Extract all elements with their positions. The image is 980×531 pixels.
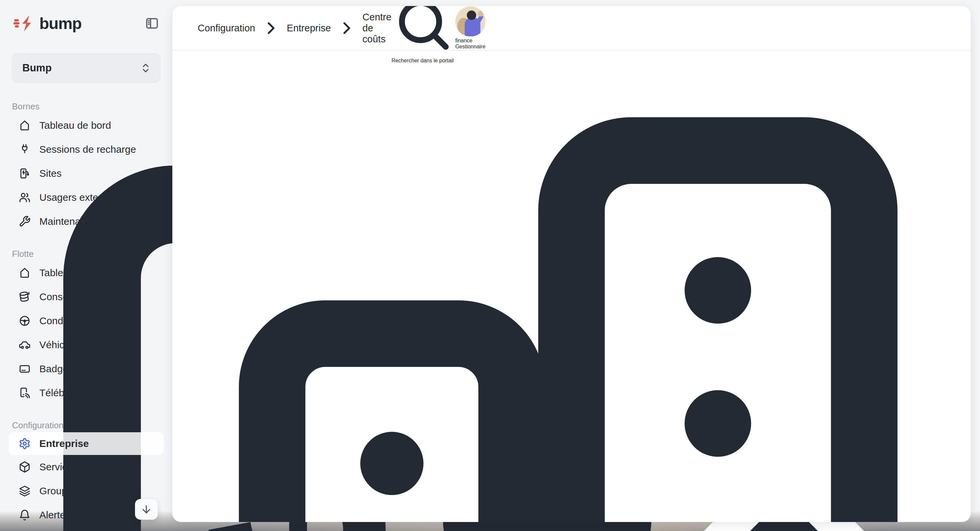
breadcrumb: Configuration Entreprise Centre de coûts bbox=[198, 12, 391, 45]
sidebar: bump Bump Bornes Tableau de bord Session… bbox=[0, 0, 172, 531]
entity-icon-circle bbox=[172, 51, 970, 522]
sidebar-item-label: Badges bbox=[39, 363, 73, 375]
sidebar-item-label: Sites bbox=[39, 168, 62, 179]
sidebar-item-label: Groupes bbox=[39, 485, 78, 497]
sidebar-item-tableau-de-bord-bornes[interactable]: Tableau de bord bbox=[0, 113, 172, 137]
search-icon bbox=[391, 6, 455, 56]
sidebar-item-label: Entreprise bbox=[39, 438, 89, 449]
home-icon bbox=[19, 120, 31, 131]
sidebar-item-sites[interactable]: Sites bbox=[0, 161, 172, 185]
section-label-configuration: Configuration bbox=[12, 420, 172, 430]
chevrons-up-down-icon bbox=[140, 62, 151, 74]
sidebar-item-label: Télébadges bbox=[39, 387, 92, 399]
logo-row: bump bbox=[13, 15, 159, 32]
app-page: bump Bump Bornes Tableau de bord Session… bbox=[0, 0, 980, 531]
home-icon bbox=[19, 267, 31, 279]
layers-icon bbox=[19, 485, 31, 497]
breadcrumb-entreprise[interactable]: Entreprise bbox=[287, 23, 331, 34]
topbar: Configuration Entreprise Centre de coûts… bbox=[172, 6, 970, 51]
users-icon bbox=[19, 191, 31, 204]
sidebar-item-label: Usagers externes bbox=[39, 192, 118, 203]
sidebar-item-label: Sessions de recharge bbox=[39, 144, 136, 155]
arrow-down-icon bbox=[141, 504, 152, 515]
sidebar-item-badges[interactable]: Badges bbox=[0, 357, 172, 381]
sidebar-toggle-icon[interactable] bbox=[145, 16, 159, 30]
sidebar-item-usagers-externes[interactable]: Usagers externes bbox=[0, 185, 172, 209]
breadcrumb-configuration[interactable]: Configuration bbox=[198, 23, 255, 34]
database-icon bbox=[18, 290, 32, 304]
user-profile[interactable]: finance Gestionnaire bbox=[455, 6, 486, 50]
bell-icon bbox=[19, 509, 31, 521]
page-title-row: Bump Voir le compte bbox=[172, 51, 970, 522]
gear-icon bbox=[19, 438, 31, 450]
sidebar-item-label: Véhicules bbox=[39, 339, 83, 351]
plug-icon bbox=[19, 144, 31, 155]
sidebar-item-label: Alertes bbox=[39, 509, 70, 521]
buildings-icon bbox=[172, 51, 970, 522]
bump-logo-icon bbox=[13, 15, 39, 32]
sidebar-item-label: Maintenance bbox=[39, 216, 97, 227]
sidebar-item-maintenance[interactable]: Maintenance bbox=[0, 209, 172, 233]
section-label-flotte: Flotte bbox=[12, 249, 172, 259]
chevron-right-icon bbox=[337, 18, 357, 38]
profile-text: finance Gestionnaire bbox=[455, 38, 486, 50]
steering-wheel-icon bbox=[19, 315, 31, 327]
org-selector[interactable]: Bump bbox=[12, 53, 160, 83]
sidebar-item-sessions-de-recharge[interactable]: Sessions de recharge bbox=[0, 137, 172, 161]
sidebar-item-services[interactable]: Services bbox=[0, 455, 172, 479]
wrench-icon bbox=[19, 215, 31, 228]
profile-name: finance bbox=[455, 38, 486, 44]
main-content-card: Configuration Entreprise Centre de coûts… bbox=[172, 6, 970, 522]
car-icon bbox=[19, 339, 31, 351]
sidebar-item-label: Services bbox=[39, 461, 78, 473]
sidebar-item-tableau-de-bord-flotte[interactable]: Tableau de bord bbox=[0, 261, 172, 285]
sidebar-item-label: Tableau de bord bbox=[39, 267, 111, 279]
chevron-right-icon bbox=[261, 18, 281, 38]
sidebar-scroll-down-button[interactable] bbox=[135, 499, 158, 520]
sidebar-item-telebadges[interactable]: Télébadges bbox=[0, 381, 172, 405]
box-icon bbox=[19, 461, 31, 473]
sidebar-item-vehicules[interactable]: Véhicules bbox=[0, 333, 172, 357]
sidebar-item-consommations[interactable]: Consommations bbox=[0, 285, 172, 309]
sidebar-item-entreprise[interactable]: Entreprise bbox=[9, 432, 164, 455]
breadcrumb-centre-de-couts: Centre de coûts bbox=[362, 12, 391, 45]
sidebar-item-label: Tableau de bord bbox=[39, 120, 111, 131]
org-selector-value: Bump bbox=[22, 62, 140, 74]
sidebar-item-conducteurs[interactable]: Conducteurs bbox=[0, 309, 172, 333]
section-label-bornes: Bornes bbox=[12, 101, 172, 112]
charging-station-icon bbox=[19, 167, 31, 179]
profile-role: Gestionnaire bbox=[455, 44, 486, 50]
phone-nfc-icon bbox=[19, 387, 31, 399]
avatar bbox=[455, 6, 486, 38]
sidebar-item-label: Consommations bbox=[39, 291, 112, 303]
card-icon bbox=[19, 363, 31, 375]
sidebar-item-label: Conducteurs bbox=[39, 315, 96, 327]
logo-wordmark: bump bbox=[39, 14, 82, 33]
